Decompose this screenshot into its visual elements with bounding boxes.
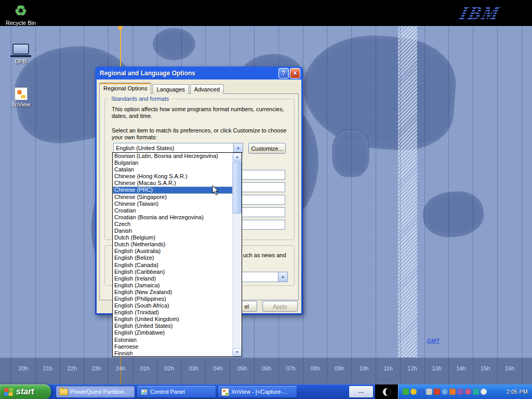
tab-strip: Regional OptionsLanguagesAdvanced [99, 82, 225, 94]
tray-icon[interactable] [434, 389, 440, 395]
tray-icon[interactable] [410, 389, 417, 395]
tray-icon[interactable] [449, 389, 456, 395]
start-label: start [16, 387, 34, 396]
list-item[interactable]: English (South Africa) [113, 302, 233, 309]
list-item[interactable]: Chinese (Taiwan) [113, 201, 233, 207]
tray-icon[interactable] [403, 389, 409, 395]
recycle-bin-icon: ♻ [0, 3, 42, 19]
timezone-label: 15h [481, 365, 490, 371]
list-item[interactable]: Dutch (Netherlands) [113, 241, 233, 248]
close-icon[interactable]: × [290, 68, 300, 78]
tray-icon[interactable] [481, 389, 487, 395]
tray-icon[interactable] [457, 389, 463, 395]
task-label: Control Panel [150, 389, 185, 395]
timezone-label: 08h [310, 365, 320, 371]
xnview-app-icon [15, 87, 28, 100]
task-button[interactable]: Control Panel [137, 386, 216, 397]
timezone-label: 05h [237, 365, 247, 371]
list-item[interactable]: Bosnian (Latin, Bosnia and Herzegovina) [113, 153, 233, 159]
tray-icon[interactable] [473, 389, 479, 395]
desktop-icon-label: XnView [0, 101, 42, 108]
list-item[interactable]: English (Australia) [113, 248, 233, 255]
list-item[interactable]: English (New Zealand) [113, 289, 233, 296]
desktop-icon-recycle-bin[interactable]: ♻ Recycle Bin [0, 3, 42, 26]
toolbar-overflow-button[interactable]: --- [349, 386, 373, 397]
gmt-label: GMT [427, 338, 440, 344]
tray-icons [403, 389, 487, 395]
list-item[interactable]: English (Canada) [113, 262, 233, 269]
list-item[interactable]: Croatian [113, 207, 233, 214]
list-item[interactable]: English (United States) [113, 323, 233, 329]
system-tray: 2:05 PM [398, 384, 532, 399]
help-button[interactable]: ? [278, 68, 289, 78]
crescent-logo-button[interactable] [375, 384, 398, 399]
list-item[interactable]: English (Philippines) [113, 296, 233, 302]
regional-and-language-options-dialog: Regional and Language Options ? × Region… [95, 66, 303, 315]
desktop-icon-xnview[interactable]: XnView [0, 87, 42, 108]
dialog-body: Regional OptionsLanguagesAdvanced Standa… [97, 79, 301, 313]
tab-regional-options[interactable]: Regional Options [99, 83, 151, 94]
list-item[interactable]: English (United Kingdom) [113, 316, 233, 323]
timezone-label: 12h [408, 365, 417, 371]
list-item[interactable]: Dutch (Belgium) [113, 234, 233, 241]
task-label: PowerQuest Partition... [70, 389, 129, 395]
timezone-ruler: 20h21h22h23h24h01h02h03h04h05h06h07h08h0… [0, 357, 532, 384]
timezone-label: 10h [359, 365, 368, 371]
list-item[interactable]: English (Caribbean) [113, 269, 233, 275]
start-button[interactable]: start [0, 384, 51, 399]
chevron-down-icon[interactable]: ▼ [278, 272, 287, 282]
scroll-up-icon[interactable]: ▲ [233, 153, 242, 161]
timezone-label: 02h [165, 365, 174, 371]
timezone-label: 03h [189, 365, 198, 371]
list-item[interactable]: Czech [113, 221, 233, 228]
customize-button[interactable]: Customize... [248, 143, 286, 154]
tray-icon[interactable] [426, 389, 432, 395]
list-item[interactable]: Estonian [113, 337, 233, 343]
task-button[interactable]: PowerQuest Partition... [56, 386, 135, 397]
list-item[interactable]: English (Trinidad) [113, 309, 233, 316]
scrollbar-thumb[interactable] [233, 162, 242, 214]
list-item[interactable]: Finnish [113, 350, 233, 356]
desktop-icon-dpb[interactable]: DPB [0, 44, 42, 64]
tray-icon[interactable] [442, 389, 448, 395]
list-item[interactable]: Danish [113, 228, 233, 234]
standards-description: This option affects how some programs fo… [112, 106, 285, 119]
list-scrollbar[interactable]: ▲ ▼ [232, 153, 242, 356]
dialog-titlebar[interactable]: Regional and Language Options ? × [97, 66, 301, 79]
laptop-icon [12, 44, 29, 55]
laptop-icon-base [10, 55, 31, 57]
list-item[interactable]: English (Ireland) [113, 275, 233, 282]
list-item[interactable]: English (Jamaica) [113, 282, 233, 289]
language-list: Bosnian (Latin, Bosnia and Herzegovina)B… [112, 152, 242, 357]
timezone-label: 13h [432, 365, 441, 371]
task-button[interactable]: XnView - [<Capture-... [218, 386, 297, 397]
taskbar: start PowerQuest Partition...Control Pan… [0, 384, 532, 399]
list-item[interactable]: Catalan [113, 166, 233, 173]
list-item[interactable]: Bulgarian [113, 159, 233, 166]
format-combobox-value: English (United States) [114, 143, 233, 153]
control-panel-icon [140, 389, 148, 395]
tab-advanced[interactable]: Advanced [190, 84, 224, 94]
taskbar-clock[interactable]: 2:05 PM [503, 389, 528, 395]
list-item[interactable]: English (Zimbabwe) [113, 329, 233, 336]
tray-icon[interactable] [418, 389, 424, 395]
timezone-label: 14h [456, 365, 466, 371]
list-item[interactable]: Croatian (Bosnia and Herzegovina) [113, 214, 233, 221]
format-combobox[interactable]: English (United States) ▼ [113, 143, 243, 153]
tray-icon[interactable] [465, 389, 471, 395]
list-item[interactable]: Faeroese [113, 343, 233, 350]
list-item[interactable]: English (Belize) [113, 255, 233, 261]
scroll-down-icon[interactable]: ▼ [233, 348, 242, 356]
task-label: XnView - [<Capture-... [231, 389, 287, 395]
timezone-label: 23h [91, 365, 101, 371]
timezone-label: 21h [43, 365, 52, 371]
mouse-cursor [212, 185, 219, 198]
standards-instruction: Select an item to match its preferences,… [112, 127, 288, 141]
folder-icon [59, 389, 68, 395]
list-item[interactable]: Chinese (Hong Kong S.A.R.) [113, 173, 233, 180]
chevron-down-icon[interactable]: ▼ [233, 143, 243, 153]
tab-languages[interactable]: Languages [152, 84, 189, 94]
apply-button[interactable]: Apply [262, 301, 298, 312]
dialog-title: Regional and Language Options [100, 70, 277, 77]
group-title: Standards and formats [109, 96, 171, 102]
